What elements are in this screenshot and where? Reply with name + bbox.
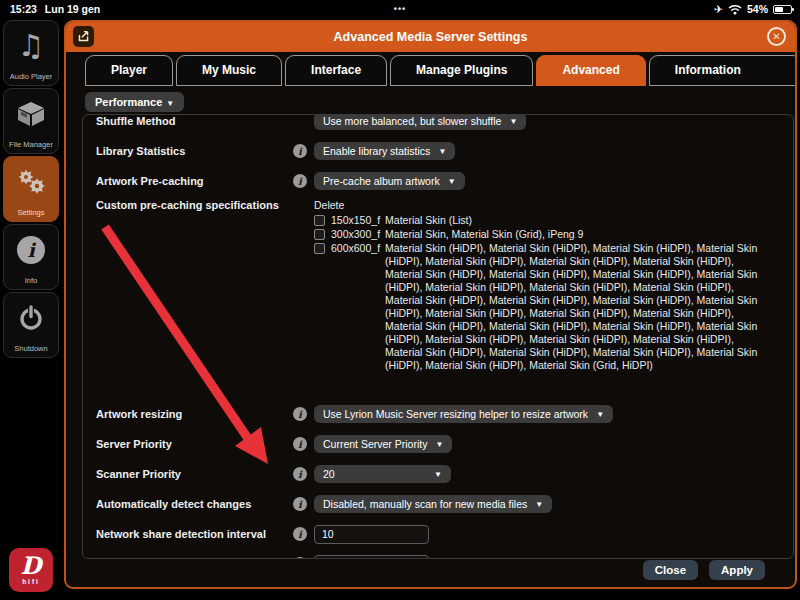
music-note-icon: ♫ <box>18 21 45 70</box>
chevron-down-icon: ▼ <box>435 440 443 449</box>
tab-bar: Player My Music Interface Manage Plugins… <box>85 55 797 86</box>
info-icon[interactable]: i <box>293 527 307 541</box>
row-server-priority: Server Priority i Current Server Priorit… <box>83 429 793 459</box>
chevron-down-icon: ▼ <box>596 410 604 419</box>
sidebar-item-file-manager[interactable]: File Manager <box>3 88 59 154</box>
row-artwork-resizing: Artwork resizing i Use Lyrion Music Serv… <box>83 399 793 429</box>
info-icon[interactable]: i <box>293 144 307 158</box>
chevron-down-icon: ▼ <box>438 147 446 156</box>
row-auto-detect-changes: Automatically detect changes i Disabled,… <box>83 489 793 519</box>
chevron-down-icon: ▼ <box>535 500 543 509</box>
power-icon <box>17 293 45 342</box>
apply-button[interactable]: Apply <box>709 560 765 580</box>
tab-advanced[interactable]: Advanced <box>536 55 645 86</box>
close-icon[interactable]: ✕ <box>767 27 786 46</box>
library-statistics-dropdown[interactable]: Enable library statistics▼ <box>314 142 455 160</box>
chevron-down-icon: ▼ <box>434 470 442 479</box>
row-custom-precaching: Custom pre-caching specifications Delete… <box>83 199 793 373</box>
precache-item-150: 150x150_f Material Skin (List) <box>314 214 774 227</box>
info-icon[interactable]: i <box>293 174 307 188</box>
server-priority-dropdown[interactable]: Current Server Priority▼ <box>314 435 452 453</box>
dialog-title: Advanced Media Server Settings <box>66 30 795 44</box>
precache-item-600: 600x600_f Material Skin (HiDPI), Materia… <box>314 242 774 372</box>
performance-filter-dropdown[interactable]: Performance▼ <box>85 92 184 112</box>
sidebar-item-audio-player[interactable]: ♫ Audio Player <box>3 20 59 86</box>
row-library-statistics: Library Statistics i Enable library stat… <box>83 136 793 166</box>
chevron-down-icon: ▼ <box>448 177 456 186</box>
delete-column-header: Delete <box>314 199 774 211</box>
info-icon[interactable]: i <box>293 437 307 451</box>
precache-item-300: 300x300_f Material Skin, Material Skin (… <box>314 228 774 241</box>
close-button[interactable]: Close <box>643 560 698 580</box>
tab-manage-plugins[interactable]: Manage Plugins <box>390 55 533 86</box>
row-shuffle-method: Shuffle Method Use more balanced, but sl… <box>83 114 793 136</box>
chevron-down-icon: ▼ <box>166 99 174 108</box>
delete-checkbox[interactable] <box>314 215 325 226</box>
sidebar: ♫ Audio Player File Manager Settings i I… <box>0 18 62 600</box>
gears-icon <box>15 157 47 206</box>
daphile-logo[interactable]: D hifi <box>9 548 53 592</box>
network-share-interval-input[interactable] <box>314 525 429 544</box>
info-icon[interactable]: i <box>293 497 307 511</box>
scanner-priority-dropdown[interactable]: 20▼ <box>314 465 451 483</box>
delete-checkbox[interactable] <box>314 229 325 240</box>
menu-dots-icon[interactable]: ••• <box>0 4 800 14</box>
row-network-share-interval: Network share detection interval i <box>83 519 793 549</box>
tab-information[interactable]: Information <box>649 55 797 86</box>
tab-my-music[interactable]: My Music <box>176 55 282 86</box>
tab-player[interactable]: Player <box>85 55 173 86</box>
screen: 15:23 Lun 19 gen ••• ✈ 54% ♫ Audio Playe… <box>0 0 800 600</box>
dialog-footer: Close Apply <box>643 560 765 580</box>
battery-icon <box>773 5 792 14</box>
max-playlist-length-input[interactable] <box>314 555 429 560</box>
delete-checkbox[interactable] <box>314 243 325 254</box>
row-scanner-priority: Scanner Priority i 20▼ <box>83 459 793 489</box>
info-icon[interactable]: i <box>293 467 307 481</box>
auto-detect-changes-dropdown[interactable]: Disabled, manually scan for new media fi… <box>314 495 552 513</box>
sidebar-item-info[interactable]: i Info <box>3 224 59 290</box>
box-icon <box>16 89 46 138</box>
tab-interface[interactable]: Interface <box>285 55 387 86</box>
shuffle-method-dropdown[interactable]: Use more balanced, but slower shuffle▼ <box>314 114 526 130</box>
sidebar-item-settings[interactable]: Settings <box>3 156 59 222</box>
artwork-precaching-dropdown[interactable]: Pre-cache album artwork▼ <box>314 172 465 190</box>
sidebar-item-shutdown[interactable]: Shutdown <box>3 292 59 358</box>
open-external-icon[interactable] <box>73 26 94 47</box>
info-icon[interactable]: i <box>293 407 307 421</box>
chevron-down-icon: ▼ <box>509 117 517 126</box>
row-max-playlist-length: Maximum Playlist Length i <box>83 549 793 559</box>
settings-scroll-panel[interactable]: Shuffle Method Use more balanced, but sl… <box>82 114 794 559</box>
info-icon[interactable]: i <box>293 557 307 559</box>
status-bar: 15:23 Lun 19 gen ••• ✈ 54% <box>0 0 800 18</box>
dialog-titlebar: Advanced Media Server Settings ✕ <box>66 22 795 52</box>
info-icon: i <box>17 225 45 274</box>
advanced-settings-dialog: Advanced Media Server Settings ✕ Player … <box>64 20 797 589</box>
row-artwork-precaching: Artwork Pre-caching i Pre-cache album ar… <box>83 166 793 196</box>
artwork-resizing-dropdown[interactable]: Use Lyrion Music Server resizing helper … <box>314 405 613 423</box>
